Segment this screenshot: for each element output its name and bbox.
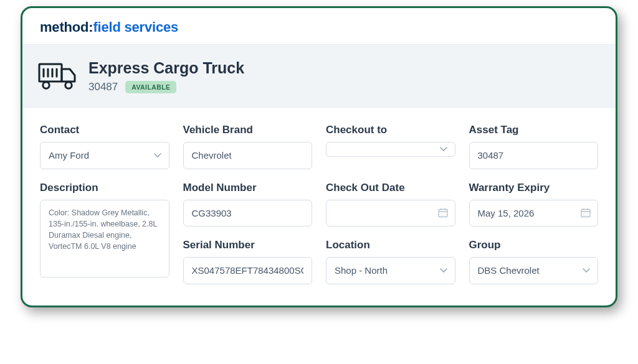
- vehicle-brand-input[interactable]: [183, 142, 313, 169]
- description-textarea[interactable]: [40, 200, 169, 278]
- asset-tag-input[interactable]: [469, 142, 599, 169]
- field-vehicle-brand: Vehicle Brand: [183, 124, 313, 169]
- warranty-expiry-input[interactable]: [469, 200, 599, 227]
- contact-select[interactable]: Amy Ford: [40, 142, 169, 169]
- location-select[interactable]: Shop - North: [326, 257, 455, 284]
- status-badge: AVAILABLE: [125, 81, 176, 93]
- checkout-date-label: Check Out Date: [326, 182, 455, 194]
- asset-id: 30487: [88, 81, 118, 93]
- vehicle-brand-label: Vehicle Brand: [183, 124, 313, 136]
- location-label: Location: [326, 239, 455, 251]
- group-label: Group: [469, 239, 599, 251]
- field-checkout-date: Check Out Date: [326, 182, 455, 227]
- asset-header: Express Cargo Truck 30487 AVAILABLE: [22, 45, 616, 108]
- header-subrow: 30487 AVAILABLE: [88, 81, 244, 93]
- field-serial-number: Serial Number: [183, 239, 313, 284]
- warranty-expiry-label: Warranty Expiry: [469, 182, 599, 194]
- asset-card: method:field services Express Cargo Truc…: [21, 6, 617, 307]
- field-model-number: Model Number: [183, 182, 313, 227]
- brand-part-b: field services: [93, 19, 178, 35]
- svg-point-5: [43, 82, 49, 88]
- svg-point-6: [65, 82, 72, 88]
- serial-number-input[interactable]: [183, 257, 313, 284]
- serial-number-label: Serial Number: [183, 239, 313, 251]
- form-grid: Contact Amy Ford Vehicle Brand Checkout …: [22, 108, 616, 306]
- field-group: Group DBS Chevrolet: [469, 239, 599, 284]
- topbar: method:field services: [22, 8, 616, 45]
- field-description: Description: [40, 182, 169, 284]
- field-checkout-to: Checkout to: [326, 124, 455, 169]
- brand-part-a: method: [40, 19, 88, 35]
- description-label: Description: [40, 182, 169, 194]
- asset-title: Express Cargo Truck: [88, 59, 244, 77]
- header-text-block: Express Cargo Truck 30487 AVAILABLE: [88, 59, 244, 93]
- checkout-to-label: Checkout to: [326, 124, 455, 136]
- contact-label: Contact: [40, 124, 169, 136]
- svg-rect-0: [39, 64, 62, 82]
- model-number-input[interactable]: [183, 200, 313, 227]
- asset-tag-label: Asset Tag: [469, 124, 599, 136]
- field-warranty-expiry: Warranty Expiry: [469, 182, 599, 227]
- field-asset-tag: Asset Tag: [469, 124, 599, 169]
- checkout-to-select[interactable]: [326, 142, 455, 157]
- brand-logo: method:field services: [40, 19, 598, 35]
- field-location: Location Shop - North: [326, 239, 455, 284]
- group-select[interactable]: DBS Chevrolet: [469, 257, 599, 284]
- model-number-label: Model Number: [183, 182, 313, 194]
- field-contact: Contact Amy Ford: [40, 124, 169, 169]
- truck-icon: [36, 58, 80, 93]
- checkout-date-input[interactable]: [326, 200, 455, 227]
